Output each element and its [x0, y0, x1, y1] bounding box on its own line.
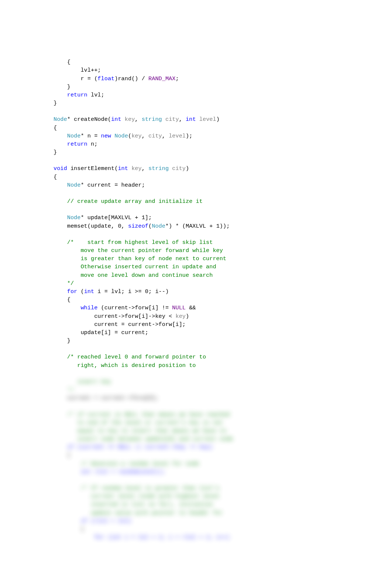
code-line: /* if current is NULL that means we have…	[54, 411, 230, 418]
code-line: */	[54, 280, 74, 287]
code-line: is greater than key of node next to curr…	[54, 255, 226, 262]
code-line: // create update array and initialize it	[54, 198, 203, 205]
code-line: int rlvl = randomLevel();	[54, 469, 165, 475]
code-line: Node* current = header;	[54, 182, 145, 188]
code-line: return lvl;	[54, 92, 104, 98]
code-line: Node* createNode(int key, string city, i…	[54, 116, 220, 123]
code-line: insert key	[54, 378, 111, 385]
code-line: {	[54, 452, 71, 459]
code-line: while (current->forw[i] != NULL &&	[54, 304, 196, 311]
code-line: }	[54, 100, 57, 106]
code-line: /* reached level 0 and forward pointer t…	[54, 354, 206, 360]
code-line: r = (float)rand() / RAND_MAX;	[54, 75, 179, 82]
code-line: void insertElement(int key, string city)	[54, 165, 189, 172]
code-line: current->forw[i]->key < key)	[54, 313, 189, 320]
code-line: to end of the level or current's key is …	[54, 419, 223, 426]
code-line: {	[54, 174, 57, 180]
code-line: current level (node with highest level	[54, 493, 220, 500]
code-line: /* If random level is greater than list'…	[54, 485, 220, 491]
code-line: {	[54, 526, 84, 533]
code-line: /* start from highest level of skip list	[54, 239, 213, 246]
code-line: {	[54, 59, 71, 65]
code-line: for (int i = lvl; i >= 0; i--)	[54, 288, 169, 295]
code-line: update[i] = current;	[54, 329, 148, 336]
code-line: insert node between update[0] and curren…	[54, 436, 233, 442]
code-line: inserted in list so far), initialize	[54, 501, 213, 508]
code-line: current = current->forw[0];	[54, 395, 159, 401]
code-line: }	[54, 84, 71, 90]
code-line: update value with pointer to header for	[54, 510, 223, 516]
code-document: { lvl++; r = (float)rand() / RAND_MAX; }…	[0, 0, 392, 564]
obscured-preview-region: insert key */ current = current->forw[0]…	[54, 370, 344, 542]
code-line: */	[54, 387, 74, 393]
code-line: for (int i = lvl + 1; i < rlvl + 1; i++)	[54, 534, 230, 541]
code-line: current = current->forw[i];	[54, 321, 186, 328]
code-line: return n;	[54, 141, 97, 147]
code-line: memset(update, 0, sizeof(Node*) * (MAXLV…	[54, 223, 230, 229]
code-line: if (current == NULL || current->key != k…	[54, 444, 213, 450]
code-line: }	[54, 337, 71, 344]
code-line: right, which is desired position to	[54, 362, 196, 369]
code-line: Node* update[MAXLVL + 1];	[54, 214, 152, 221]
code-line: move one level down and continue search	[54, 272, 213, 279]
code-line: }	[54, 149, 57, 156]
code-line: equal to key to insert that means we hav…	[54, 428, 226, 434]
code-line: {	[54, 125, 57, 131]
code-line: Node* n = new Node(key, city, level);	[54, 133, 192, 139]
code-line: Otherwise inserted current in update and	[54, 263, 216, 270]
code-line: // Generate a random level for node	[54, 460, 199, 467]
code-line: if (rlvl > lvl)	[54, 518, 131, 524]
code-line: lvl++;	[54, 67, 101, 74]
code-line: move the current pointer forward while k…	[54, 247, 223, 254]
code-line: {	[54, 296, 71, 303]
